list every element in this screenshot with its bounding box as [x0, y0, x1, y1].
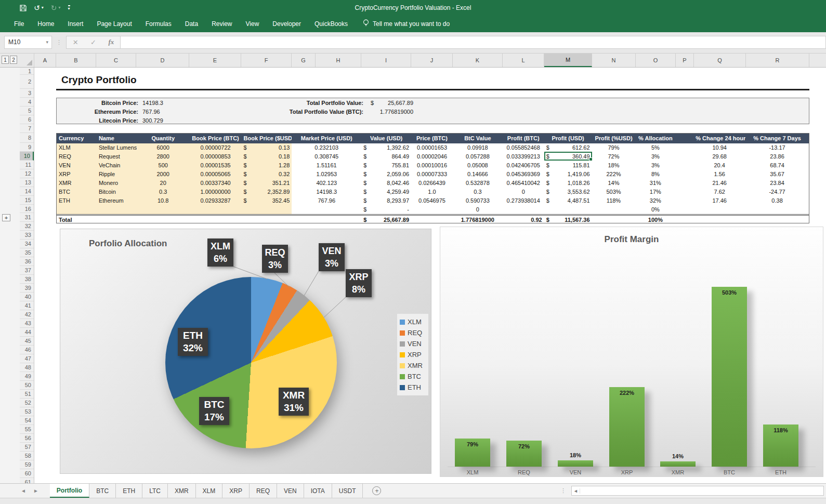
total-cell-market_usd[interactable] — [292, 216, 361, 223]
sheet-tab-portfolio[interactable]: Portfolio — [50, 484, 89, 498]
insert-function-icon[interactable]: fx — [108, 38, 114, 46]
select-all-triangle-icon[interactable] — [27, 60, 32, 65]
cell-currency-row14[interactable]: BTC — [57, 188, 97, 196]
sheet-tab-xlm[interactable]: XLM — [196, 484, 223, 498]
sheet-tab-req[interactable]: REQ — [250, 484, 277, 498]
row-header-1[interactable]: 1 — [20, 68, 34, 75]
cell-chg24-row10[interactable]: 29.68 — [693, 152, 745, 161]
cell-btc_value-row14[interactable]: 0.3 — [453, 188, 503, 196]
cell-book_btc-row10[interactable]: 0.00000853 — [190, 152, 242, 161]
total-cell-profit_usd[interactable]: $11,567.36 — [544, 216, 592, 223]
cell-profit_pct-row16[interactable] — [592, 205, 636, 214]
cell-profit_btc-row9[interactable]: 0.055852468 — [503, 143, 544, 152]
cell-alloc-row13[interactable]: 31% — [635, 179, 675, 188]
cell-profit_pct-row9[interactable]: 79% — [592, 143, 636, 152]
outline-level-2-button[interactable]: 2 — [10, 56, 17, 64]
cancel-icon[interactable]: ✕ — [73, 38, 78, 46]
row-header-12[interactable]: 12 — [20, 169, 34, 178]
cell-spacer-row11[interactable] — [675, 161, 693, 170]
cell-qty-row9[interactable]: 6000 — [137, 143, 190, 152]
column-header-F[interactable]: F — [241, 54, 292, 67]
cell-price_btc-row14[interactable]: 1.0 — [411, 188, 453, 196]
cell-qty-row14[interactable]: 0.3 — [137, 188, 190, 196]
cell-price_btc-row16[interactable] — [411, 205, 453, 214]
cell-chg24-row15[interactable]: 17.46 — [693, 196, 745, 205]
cell-value_usd-row14[interactable]: $4,259.49 — [361, 188, 411, 196]
cell-spacer-row16[interactable] — [675, 205, 693, 214]
tab-scroll-left-icon[interactable]: ◄ — [21, 488, 26, 494]
cell-currency-row15[interactable]: ETH — [57, 196, 97, 205]
cell-profit_usd-row9[interactable]: $612.62 — [544, 143, 592, 152]
cell-profit_usd-row12[interactable]: $1,419.06 — [544, 170, 592, 179]
row-header-16[interactable]: 16 — [20, 205, 34, 213]
cell-profit_usd-row11[interactable]: $115.81 — [544, 161, 592, 170]
cell-price_btc-row15[interactable]: 0.0546975 — [411, 196, 453, 205]
total-cell-chg24[interactable] — [693, 216, 745, 223]
total-cell-profit_btc[interactable]: 0.92 — [503, 216, 544, 223]
cell-market_usd-row10[interactable]: 0.308745 — [292, 152, 361, 161]
row-header-40[interactable]: 40 — [20, 293, 34, 301]
sheet-tab-btc[interactable]: BTC — [89, 484, 116, 498]
row-header-54[interactable]: 54 — [20, 416, 34, 425]
cell-chg24-row11[interactable]: 20.4 — [693, 161, 745, 170]
cell-alloc-row15[interactable]: 32% — [635, 196, 675, 205]
row-header-32[interactable]: 32 — [20, 222, 34, 231]
cell-chg7-row11[interactable]: 68.74 — [745, 161, 809, 170]
ribbon-tab-quickbooks[interactable]: QuickBooks — [308, 16, 355, 32]
cell-chg24-row16[interactable] — [693, 205, 745, 214]
ribbon-tab-data[interactable]: Data — [178, 16, 205, 32]
row-header-53[interactable]: 53 — [20, 407, 34, 416]
row-header-14[interactable]: 14 — [20, 187, 34, 196]
sheet-tab-ltc[interactable]: LTC — [142, 484, 168, 498]
ribbon-tab-page-layout[interactable]: Page Layout — [90, 16, 138, 32]
total-cell-name[interactable] — [97, 216, 137, 223]
row-header-59[interactable]: 59 — [20, 460, 34, 469]
cell-profit_pct-row12[interactable]: 222% — [592, 170, 636, 179]
cell-value_usd-row15[interactable]: $8,293.97 — [361, 196, 411, 205]
cell-chg7-row16[interactable] — [745, 205, 809, 214]
cell-profit_usd-row16[interactable] — [544, 205, 592, 214]
cell-currency-row16[interactable] — [57, 205, 97, 214]
cell-book_usd-row15[interactable]: $352.45 — [242, 196, 292, 205]
cell-book_usd-row16[interactable] — [242, 205, 292, 214]
cell-value_usd-row10[interactable]: $864.49 — [361, 152, 411, 161]
sheet-tab-xmr[interactable]: XMR — [168, 484, 196, 498]
row-header-6[interactable]: 6 — [20, 115, 34, 124]
row-header-60[interactable]: 60 — [20, 469, 34, 478]
cell-chg24-row12[interactable]: 1.56 — [693, 170, 745, 179]
cell-profit_usd-row14[interactable]: $3,553.62 — [544, 188, 592, 196]
cell-chg7-row12[interactable]: 35.67 — [745, 170, 809, 179]
bar-chart-panel[interactable]: Profit Margin 79%XLM72%REQ18%VEN222%XRP1… — [440, 227, 823, 477]
cell-currency-row11[interactable]: VEN — [57, 161, 97, 170]
cell-price_btc-row9[interactable]: 0.00001653 — [411, 143, 453, 152]
cell-market_usd-row13[interactable]: 402.123 — [292, 179, 361, 188]
row-header-10[interactable]: 10 — [20, 152, 34, 161]
cell-btc_value-row10[interactable]: 0.057288 — [453, 152, 503, 161]
column-header-A[interactable]: A — [34, 54, 56, 67]
customize-quick-access-icon[interactable]: ▾ — [68, 5, 70, 11]
row-header-61[interactable]: 61 — [20, 478, 34, 483]
cell-name-row11[interactable]: VeChain — [97, 161, 137, 170]
cell-value_usd-row9[interactable]: $1,392.62 — [361, 143, 411, 152]
cell-qty-row15[interactable]: 10.8 — [137, 196, 190, 205]
cell-name-row10[interactable]: Request — [97, 152, 137, 161]
row-header-51[interactable]: 51 — [20, 390, 34, 399]
cell-qty-row16[interactable] — [137, 205, 190, 214]
cell-currency-row13[interactable]: XMR — [57, 179, 97, 188]
cell-value_usd-row16[interactable]: $- — [361, 205, 411, 214]
undo-button[interactable]: ↺▾ — [34, 4, 44, 11]
tab-scroll-right-icon[interactable]: ► — [33, 488, 38, 494]
cell-name-row13[interactable]: Monero — [97, 179, 137, 188]
cell-market_usd-row14[interactable]: 14198.3 — [292, 188, 361, 196]
row-header-55[interactable]: 55 — [20, 425, 34, 434]
cell-currency-row10[interactable]: REQ — [57, 152, 97, 161]
total-cell-book_usd[interactable] — [242, 216, 292, 223]
cell-spacer-row10[interactable] — [675, 152, 693, 161]
cell-name-row16[interactable] — [97, 205, 137, 214]
sheet-tab-xrp[interactable]: XRP — [222, 484, 250, 498]
cell-profit_btc-row13[interactable]: 0.465410042 — [503, 179, 544, 188]
row-header-36[interactable]: 36 — [20, 257, 34, 266]
cell-name-row9[interactable]: Stellar Lumens — [97, 143, 137, 152]
select-all-corner[interactable]: 1 2 — [0, 54, 34, 67]
column-header-C[interactable]: C — [96, 54, 136, 67]
